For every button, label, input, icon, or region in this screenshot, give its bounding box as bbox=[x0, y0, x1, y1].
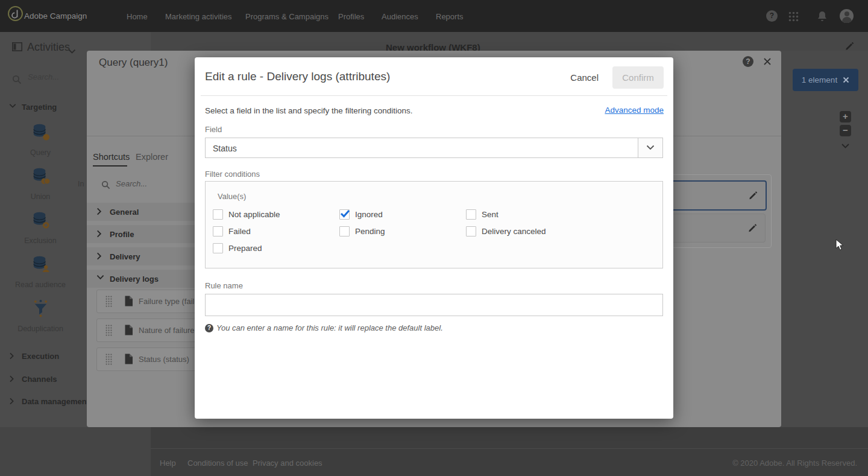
footer-link-help[interactable]: Help bbox=[160, 459, 176, 468]
edit-rule-pencil-icon[interactable] bbox=[748, 223, 758, 233]
filter-conditions-box: Value(s) Not applicable Ignored Sent Fai… bbox=[205, 181, 663, 268]
modal-title: Edit a rule - Delivery logs (attributes) bbox=[205, 70, 390, 83]
checkbox-delivery-canceled[interactable]: Delivery canceled bbox=[466, 226, 647, 236]
query-close-icon[interactable] bbox=[763, 57, 772, 68]
tree-item-nature-of-failure[interactable]: Nature of failure ( bbox=[96, 319, 210, 342]
activity-read-audience[interactable]: Read audience bbox=[11, 255, 69, 289]
filter-conditions-label: Filter conditions bbox=[205, 170, 260, 179]
checkbox-sent[interactable]: Sent bbox=[466, 209, 647, 220]
query-help-icon[interactable]: ? bbox=[743, 56, 753, 67]
rule-name-label: Rule name bbox=[205, 281, 243, 290]
activity-union[interactable]: Union bbox=[11, 167, 69, 201]
avatar-head bbox=[844, 11, 849, 16]
edit-rule-pencil-icon[interactable] bbox=[749, 190, 758, 200]
footer-link-privacy[interactable]: Privacy and cookies bbox=[253, 459, 322, 468]
adobe-campaign-screen: Adobe Campaign Home Marketing activities… bbox=[0, 0, 868, 476]
zoom-more-chevron-icon[interactable] bbox=[841, 141, 850, 151]
badge-close-icon[interactable] bbox=[843, 77, 849, 83]
adobe-campaign-logo-icon[interactable] bbox=[7, 5, 24, 24]
field-select-value: Status bbox=[213, 144, 237, 153]
avatar-body bbox=[842, 17, 852, 23]
drag-handle-icon[interactable] bbox=[105, 325, 112, 338]
values-checkbox-grid: Not applicable Ignored Sent Failed Pendi… bbox=[213, 209, 647, 253]
checkbox-box[interactable] bbox=[466, 209, 476, 220]
confirm-button[interactable]: Confirm bbox=[612, 66, 664, 89]
checkbox-not-applicable[interactable]: Not applicable bbox=[213, 209, 339, 220]
rule-name-hint: ? You can enter a name for this rule: it… bbox=[205, 323, 443, 332]
database-icon bbox=[31, 122, 50, 141]
info-question-icon: ? bbox=[205, 324, 213, 332]
avatar[interactable] bbox=[840, 9, 854, 23]
document-icon bbox=[124, 296, 133, 309]
checkbox-failed[interactable]: Failed bbox=[213, 226, 339, 236]
values-label: Value(s) bbox=[218, 192, 246, 201]
elements-count-label: 1 element bbox=[802, 75, 837, 84]
document-icon bbox=[124, 325, 133, 338]
checkbox-box[interactable] bbox=[466, 226, 476, 236]
tree-section-delivery[interactable]: Delivery bbox=[87, 247, 205, 265]
tree-section-delivery-logs[interactable]: Delivery logs bbox=[87, 270, 205, 288]
activities-panel-icon bbox=[12, 42, 22, 54]
activities-chevron-down-icon[interactable] bbox=[68, 46, 76, 57]
elements-count-badge[interactable]: 1 element bbox=[793, 69, 858, 91]
help-icon[interactable]: ? bbox=[766, 10, 778, 22]
workflow-header-bar: New workflow (WKF8) bbox=[151, 32, 868, 51]
brand-title[interactable]: Adobe Campaign bbox=[24, 11, 87, 21]
tab-shortcuts[interactable]: Shortcuts bbox=[93, 152, 130, 162]
cancel-button[interactable]: Cancel bbox=[570, 72, 599, 83]
zoom-out-button[interactable]: − bbox=[840, 125, 851, 136]
tab-explorer[interactable]: Explorer bbox=[136, 152, 168, 162]
notifications-bell-icon[interactable] bbox=[817, 11, 827, 24]
top-nav: Adobe Campaign Home Marketing activities… bbox=[0, 0, 868, 32]
tree-item-failure-type[interactable]: Failure type (failu bbox=[96, 290, 210, 313]
palette-search-input[interactable] bbox=[27, 72, 83, 82]
activity-query[interactable]: Query bbox=[11, 122, 69, 157]
checkbox-ignored[interactable]: Ignored bbox=[339, 209, 466, 220]
modal-description: Select a field in the list and specify t… bbox=[205, 106, 412, 115]
nav-item-profiles[interactable]: Profiles bbox=[338, 12, 364, 21]
tree-item-status[interactable]: Status (status) bbox=[96, 347, 210, 371]
tree-section-general[interactable]: General bbox=[87, 203, 205, 221]
edit-workflow-pencil-icon[interactable] bbox=[845, 41, 855, 51]
database-union-icon bbox=[31, 167, 50, 185]
rule-name-input[interactable] bbox=[205, 294, 663, 316]
zoom-in-button[interactable]: + bbox=[840, 111, 851, 122]
nav-item-home[interactable]: Home bbox=[127, 12, 148, 21]
document-icon bbox=[124, 354, 133, 367]
checkbox-box[interactable] bbox=[339, 209, 350, 220]
edit-rule-modal: Edit a rule - Delivery logs (attributes)… bbox=[195, 57, 673, 419]
field-select[interactable]: Status bbox=[205, 138, 663, 158]
nav-item-programs-campaigns[interactable]: Programs & Campaigns bbox=[245, 12, 329, 21]
nav-item-marketing-activities[interactable]: Marketing activities bbox=[165, 12, 232, 21]
drag-handle-icon[interactable] bbox=[105, 354, 112, 367]
checkbox-box[interactable] bbox=[213, 226, 223, 236]
footer-copyright: © 2020 Adobe. All Rights Reserved. bbox=[732, 459, 857, 468]
checkbox-box[interactable] bbox=[213, 209, 223, 220]
checkbox-box[interactable] bbox=[339, 226, 350, 236]
active-tab-underline bbox=[93, 165, 127, 167]
field-select-chevron[interactable] bbox=[638, 138, 662, 157]
checkbox-pending[interactable]: Pending bbox=[339, 226, 466, 236]
footer-divider bbox=[151, 448, 868, 449]
query-search-input[interactable] bbox=[115, 179, 183, 189]
rule-name-hint-text: You can enter a name for this rule: it w… bbox=[216, 323, 443, 332]
checkbox-box[interactable] bbox=[213, 243, 223, 253]
footer-link-conditions[interactable]: Conditions of use bbox=[187, 459, 248, 468]
activities-title[interactable]: Activities bbox=[27, 41, 70, 54]
nav-item-audiences[interactable]: Audiences bbox=[382, 12, 418, 21]
query-panel-title: Query (query1) bbox=[99, 57, 168, 69]
activity-deduplication[interactable]: Deduplication bbox=[11, 299, 69, 333]
palette-search-icon bbox=[12, 75, 22, 87]
funnel-icon bbox=[31, 299, 50, 317]
app-grid-icon[interactable] bbox=[788, 11, 799, 24]
query-search-icon bbox=[101, 180, 110, 192]
mouse-cursor bbox=[835, 239, 844, 253]
activity-label-clipped: In bbox=[78, 180, 84, 188]
checkbox-prepared[interactable]: Prepared bbox=[213, 243, 339, 253]
tree-section-profile[interactable]: Profile bbox=[87, 225, 205, 243]
database-person-icon bbox=[31, 255, 50, 273]
activity-exclusion[interactable]: Exclusion bbox=[11, 211, 69, 245]
drag-handle-icon[interactable] bbox=[105, 296, 112, 309]
nav-item-reports[interactable]: Reports bbox=[436, 12, 464, 21]
advanced-mode-link[interactable]: Advanced mode bbox=[605, 106, 664, 115]
